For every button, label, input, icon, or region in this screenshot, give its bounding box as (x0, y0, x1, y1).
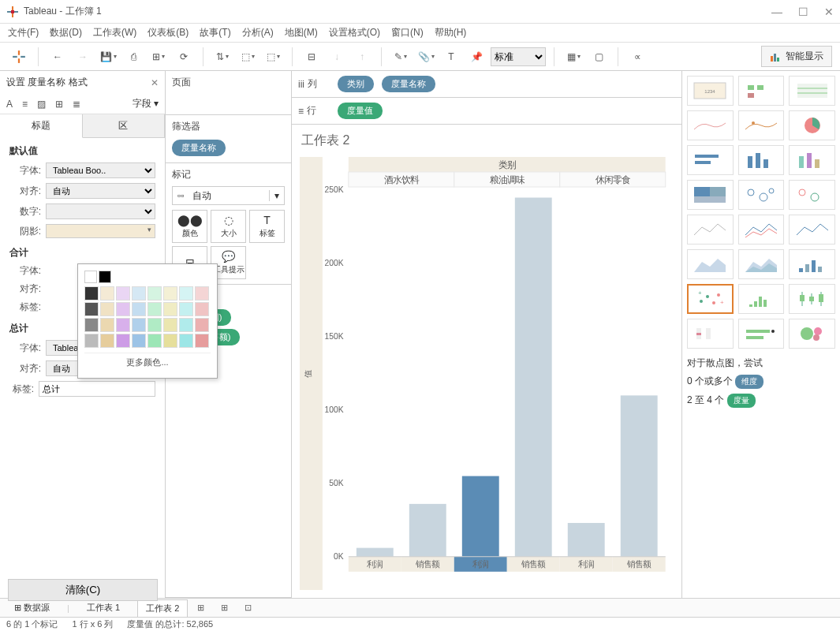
default-number-select[interactable] (46, 203, 155, 219)
new-story-button[interactable]: ⊡ (245, 603, 259, 613)
new-datasource-button[interactable]: ⎙ (122, 46, 144, 68)
row-pill-measure-values[interactable]: 度量值 (338, 103, 383, 119)
window-maximize-button[interactable]: ☐ (798, 6, 808, 18)
menu-map[interactable]: 地图(M) (285, 26, 318, 39)
format-align-icon[interactable]: ≡ (22, 99, 28, 110)
gt-label-input[interactable] (39, 381, 155, 397)
format-panel-close-button[interactable]: ✕ (151, 77, 159, 88)
color-swatch[interactable] (99, 271, 111, 283)
menu-file[interactable]: 文件(F) (8, 26, 39, 39)
tab-title[interactable]: 标题 (0, 114, 83, 138)
color-swatch[interactable] (179, 286, 193, 301)
attach-button[interactable]: 📎 (415, 46, 437, 68)
clear-button[interactable]: 清除(C) (8, 579, 158, 601)
back-button[interactable]: ← (47, 46, 69, 68)
menu-help[interactable]: 帮助(H) (435, 26, 467, 39)
menu-format[interactable]: 设置格式(O) (329, 26, 380, 39)
swap-button[interactable]: ⇅ (211, 46, 233, 68)
share-button[interactable]: ∝ (626, 46, 648, 68)
menu-window[interactable]: 窗口(N) (391, 26, 424, 39)
default-shadow-swatch[interactable] (46, 224, 155, 238)
tab-sheet2[interactable]: 工作表 2 (137, 599, 188, 617)
window-close-button[interactable]: ✕ (824, 6, 834, 18)
color-swatch[interactable] (163, 286, 177, 301)
color-swatch[interactable] (132, 318, 146, 332)
color-swatch[interactable] (147, 318, 162, 332)
chart-area[interactable]: 类别酒水饮料粮油调味休闲零食值0K50K100K150K200K250K利润销售… (292, 157, 681, 598)
more-colors-button[interactable]: 更多颜色... (84, 353, 211, 372)
showme-thumb-2[interactable] (789, 76, 835, 106)
color-swatch[interactable] (195, 318, 209, 332)
presentation-button[interactable]: ▢ (588, 46, 610, 68)
pin-button[interactable]: 📌 (465, 46, 487, 68)
showme-thumb-22[interactable] (738, 319, 785, 349)
showme-thumb-20[interactable] (789, 284, 835, 314)
tab-datasource[interactable]: ⊞ 数据源 (6, 599, 58, 616)
showme-thumb-18[interactable]: ++ (687, 284, 734, 314)
format-lines-icon[interactable]: ≣ (73, 99, 80, 110)
showme-thumb-0[interactable]: 1234 (687, 76, 734, 106)
color-swatch[interactable] (147, 286, 162, 301)
save-button[interactable]: 💾 (97, 46, 119, 68)
showme-thumb-16[interactable] (738, 249, 785, 279)
sort-desc-button[interactable]: ⬚ (262, 46, 284, 68)
showme-thumb-14[interactable] (789, 215, 835, 245)
group-button[interactable]: ⊟ (301, 46, 323, 68)
color-swatch[interactable] (84, 302, 99, 316)
col-pill-measure-names[interactable]: 度量名称 (382, 76, 435, 92)
showme-thumb-8[interactable] (789, 145, 835, 175)
new-dashboard-button[interactable]: ⊞ (221, 603, 235, 613)
color-swatch[interactable] (116, 334, 130, 348)
color-swatch[interactable] (116, 302, 130, 316)
format-shade-icon[interactable]: ▨ (37, 99, 46, 110)
field-dropdown[interactable]: 字段 ▾ (133, 97, 159, 110)
filter-pill[interactable]: 度量名称 (172, 140, 226, 156)
format-border-icon[interactable]: ⊞ (55, 99, 63, 110)
showme-thumb-6[interactable] (687, 145, 734, 175)
color-swatch[interactable] (195, 302, 209, 316)
color-swatch[interactable] (116, 286, 130, 301)
color-swatch[interactable] (100, 302, 114, 316)
marks-type-select[interactable]: ▫▫ 自动 ▾ (172, 186, 285, 205)
color-swatch[interactable] (100, 334, 114, 348)
sort-button[interactable]: ↓ (326, 46, 348, 68)
format-font-icon[interactable]: A (6, 99, 13, 110)
color-swatch[interactable] (132, 334, 146, 348)
color-swatch[interactable] (179, 318, 193, 332)
refresh-button[interactable]: ⟳ (173, 46, 195, 68)
highlight-button[interactable]: ✎ (390, 46, 412, 68)
color-swatch[interactable] (163, 334, 177, 348)
fit-select[interactable]: 标准 (491, 47, 546, 66)
color-swatch[interactable] (132, 302, 146, 316)
showme-thumb-9[interactable] (687, 180, 734, 210)
menu-story[interactable]: 故事(T) (200, 26, 230, 39)
tab-zone[interactable]: 区 (83, 114, 166, 137)
marks-size-button[interactable]: ◌大小 (211, 210, 246, 243)
color-swatch[interactable] (163, 318, 177, 332)
marks-color-button[interactable]: ⬤⬤颜色 (172, 210, 207, 243)
viz-title[interactable]: 工作表 2 (292, 125, 681, 157)
showme-thumb-7[interactable] (738, 145, 785, 175)
forward-button[interactable]: → (72, 46, 94, 68)
menu-worksheet[interactable]: 工作表(W) (93, 26, 136, 39)
sort-asc-button[interactable]: ⬚ (237, 46, 259, 68)
new-worksheet-button[interactable]: ⊞ (147, 46, 170, 68)
showme-thumb-12[interactable] (687, 215, 734, 245)
show-me-button[interactable]: 智能显示 (761, 46, 832, 67)
showme-thumb-21[interactable] (687, 319, 734, 349)
showme-thumb-19[interactable] (738, 284, 785, 314)
color-swatch[interactable] (116, 318, 130, 332)
color-swatch[interactable] (195, 334, 209, 348)
label-button[interactable]: T (440, 46, 462, 68)
showme-thumb-3[interactable] (687, 110, 734, 140)
showme-thumb-5[interactable] (789, 110, 835, 140)
showme-thumb-15[interactable] (687, 249, 734, 279)
color-swatch[interactable] (100, 286, 114, 301)
color-swatch[interactable] (195, 286, 209, 301)
tab-sheet1[interactable]: 工作表 1 (79, 599, 128, 616)
default-align-select[interactable]: 自动 (46, 183, 155, 199)
tableau-icon[interactable] (8, 46, 30, 68)
color-swatch[interactable] (84, 318, 99, 332)
showme-thumb-1[interactable] (738, 76, 785, 106)
show-cards-button[interactable]: ▦ (562, 46, 584, 68)
